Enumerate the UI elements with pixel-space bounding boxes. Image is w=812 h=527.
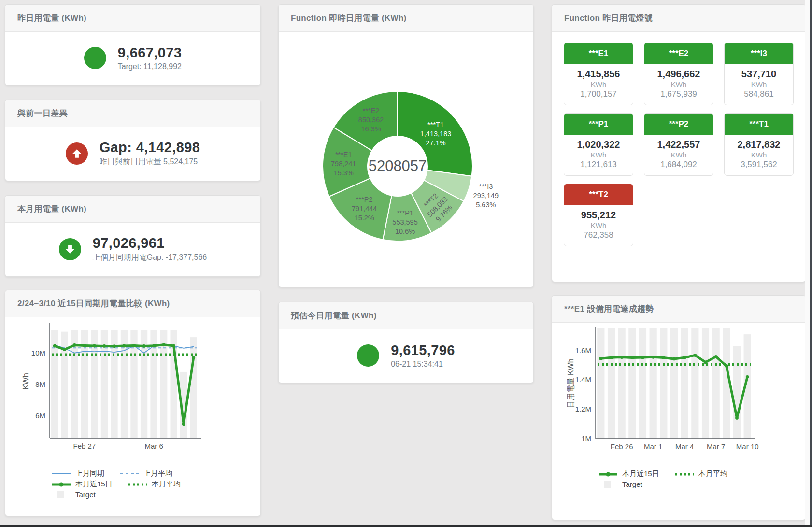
legend-row: 本月近15日本月平均 bbox=[52, 480, 260, 489]
series-point bbox=[83, 344, 86, 347]
series-point bbox=[630, 356, 634, 359]
series-point bbox=[672, 357, 676, 361]
secondary-value: 昨日與前日用電量 5,524,175 bbox=[100, 157, 200, 167]
legend-label: 本月近15日 bbox=[622, 470, 659, 479]
screen-right-edge bbox=[810, 0, 812, 527]
light-tile-target: 1,700,157 bbox=[564, 89, 633, 99]
y-tick-label: 1M bbox=[581, 434, 591, 442]
target-bar bbox=[628, 328, 636, 439]
primary-value: 9,615,796 bbox=[391, 342, 455, 358]
target-bar bbox=[608, 328, 615, 439]
light-tile-value: 537,710 bbox=[725, 69, 793, 80]
card-body: 97,026,961 上個月同期用電Gap: -17,377,566 bbox=[5, 223, 260, 275]
lights-grid: ***E11,415,856KWh1,700,157***E21,496,662… bbox=[552, 32, 805, 257]
legend-label: 上月同期 bbox=[75, 469, 104, 478]
light-tile-value: 1,415,856 bbox=[564, 69, 633, 80]
light-tile-value: 1,422,557 bbox=[644, 139, 713, 150]
series-point bbox=[123, 344, 126, 348]
light-tile-I3: ***I3537,710KWh584,861 bbox=[724, 43, 794, 105]
legend-swatch-icon bbox=[598, 481, 618, 488]
panel-title: Function 即時日用電量 (KWh) bbox=[279, 5, 533, 32]
legend-item[interactable]: 上月同期 bbox=[52, 469, 104, 478]
legend-item[interactable]: 本月近15日 bbox=[52, 480, 113, 489]
legend-label: 本月平均 bbox=[698, 470, 727, 479]
card-body: 9,667,073 Target: 11,128,992 bbox=[5, 32, 260, 84]
light-tile-unit: KWh bbox=[564, 80, 633, 88]
panel-title: Function 昨日用電燈號 bbox=[552, 5, 805, 32]
x-tick-label: Mar 1 bbox=[644, 442, 662, 451]
series-point bbox=[182, 422, 185, 426]
light-tile-P2: ***P21,422,557KWh1,684,092 bbox=[644, 113, 713, 176]
target-bar bbox=[670, 328, 678, 439]
y-axis-label: 日用電量 KWh bbox=[567, 358, 575, 408]
light-tile-P1: ***P11,020,322KWh1,121,613 bbox=[564, 113, 633, 176]
series-point bbox=[652, 356, 655, 359]
card-body: Gap: 4,142,898 昨日與前日用電量 5,524,175 bbox=[5, 127, 260, 180]
card-body: 9,615,796 06-21 15:34:41 bbox=[279, 329, 533, 382]
light-tile-T1: ***T12,817,832KWh3,591,562 bbox=[724, 113, 794, 176]
target-bar bbox=[660, 328, 667, 439]
light-tile-E2: ***E21,496,662KWh1,675,939 bbox=[644, 43, 713, 105]
series-point bbox=[172, 344, 175, 348]
target-bar bbox=[650, 328, 657, 439]
series-point bbox=[152, 344, 156, 347]
panel-compare-chart: 2/24~3/10 近15日同期用電量比較 (KWh) 6M8M10MFeb 2… bbox=[5, 290, 261, 516]
series-point bbox=[610, 356, 613, 359]
legend-label: 本月近15日 bbox=[75, 480, 113, 489]
x-tick-label: Mar 4 bbox=[675, 442, 694, 451]
status-circle-green bbox=[59, 238, 81, 260]
target-bar bbox=[597, 328, 604, 439]
series-point bbox=[142, 344, 146, 348]
light-tile-target: 584,861 bbox=[725, 89, 793, 99]
series-point bbox=[103, 344, 106, 348]
panel-title: 預估今日用電量 (KWh) bbox=[279, 302, 533, 329]
light-tile-label: ***E1 bbox=[564, 43, 633, 64]
x-tick-label: Feb 27 bbox=[73, 442, 96, 450]
secondary-value: Target: 11,128,992 bbox=[118, 62, 182, 71]
primary-value: 97,026,961 bbox=[93, 235, 207, 251]
series-point bbox=[620, 356, 624, 359]
compare-chart: 6M8M10MFeb 27Mar 6KWh bbox=[5, 317, 260, 462]
legend-item[interactable]: Target bbox=[52, 490, 96, 499]
legend-item[interactable]: 本月平均 bbox=[675, 470, 727, 479]
up-arrow-icon bbox=[71, 148, 83, 159]
light-tile-unit: KWh bbox=[564, 151, 633, 159]
series-point bbox=[162, 343, 166, 346]
light-tile-label: ***P2 bbox=[644, 114, 713, 135]
secondary-value: 上個月同期用電Gap: -17,377,566 bbox=[93, 253, 207, 263]
legend-swatch-icon bbox=[120, 470, 139, 478]
timestamp: 06-21 15:34:41 bbox=[391, 360, 455, 369]
light-tile-T2: ***T2955,212KWh762,358 bbox=[564, 184, 633, 246]
light-tile-E1: ***E11,415,856KWh1,700,157 bbox=[564, 43, 633, 105]
donut-slice-label: ***I3293,1495.63% bbox=[473, 183, 499, 209]
status-circle-green bbox=[84, 47, 106, 69]
y-tick-label: 1.4M bbox=[575, 375, 591, 384]
light-tile-target: 3,591,562 bbox=[725, 160, 793, 170]
target-bar bbox=[639, 328, 646, 439]
panel-title: 本月用電量 (KWh) bbox=[5, 196, 260, 223]
x-tick-label: Mar 7 bbox=[707, 442, 725, 451]
legend-item[interactable]: Target bbox=[598, 480, 642, 488]
target-bar bbox=[702, 328, 709, 439]
legend-swatch-icon bbox=[52, 491, 71, 499]
legend-item[interactable]: 本月平均 bbox=[128, 480, 181, 489]
donut-center-total: 5208057 bbox=[369, 157, 427, 174]
panel-lights: Function 昨日用電燈號 ***E11,415,856KWh1,700,1… bbox=[552, 4, 806, 282]
y-tick-label: 6M bbox=[35, 412, 45, 420]
light-tile-unit: KWh bbox=[644, 151, 713, 159]
y-tick-label: 8M bbox=[35, 380, 45, 388]
series-point bbox=[53, 344, 57, 348]
light-tile-unit: KWh bbox=[725, 80, 793, 88]
panel-title: 昨日用電量 (KWh) bbox=[5, 5, 260, 32]
series-point bbox=[704, 361, 707, 364]
trend-legend: 本月近15日本月平均Target bbox=[552, 465, 805, 488]
series-point bbox=[641, 356, 644, 359]
legend-item[interactable]: 本月近15日 bbox=[598, 470, 659, 479]
legend-item[interactable]: 上月平均 bbox=[120, 469, 172, 478]
light-tile-target: 1,675,939 bbox=[644, 89, 713, 99]
status-circle-green bbox=[357, 344, 379, 367]
primary-value: Gap: 4,142,898 bbox=[100, 140, 200, 156]
light-tile-label: ***E2 bbox=[644, 43, 713, 64]
series-point bbox=[683, 356, 686, 359]
legend-row: Target bbox=[598, 480, 805, 488]
